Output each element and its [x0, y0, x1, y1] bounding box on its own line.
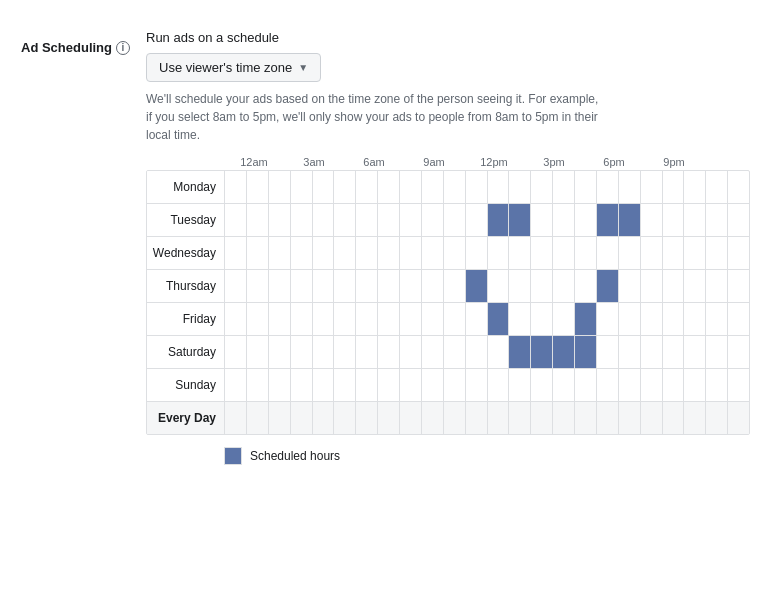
cell-friday-11[interactable]: [466, 303, 488, 335]
cell-tuesday-23[interactable]: [728, 204, 749, 236]
cell-thursday-9[interactable]: [422, 270, 444, 302]
cell-friday-20[interactable]: [663, 303, 685, 335]
every-day-cell-18[interactable]: [619, 402, 641, 434]
cell-tuesday-0[interactable]: [225, 204, 247, 236]
cell-saturday-8[interactable]: [400, 336, 422, 368]
cell-monday-2[interactable]: [269, 171, 291, 203]
cell-thursday-16[interactable]: [575, 270, 597, 302]
cell-tuesday-7[interactable]: [378, 204, 400, 236]
cell-wednesday-3[interactable]: [291, 237, 313, 269]
cell-monday-8[interactable]: [400, 171, 422, 203]
cell-tuesday-17[interactable]: [597, 204, 619, 236]
every-day-cell-10[interactable]: [444, 402, 466, 434]
cell-tuesday-14[interactable]: [531, 204, 553, 236]
cell-monday-6[interactable]: [356, 171, 378, 203]
cell-saturday-1[interactable]: [247, 336, 269, 368]
cell-thursday-18[interactable]: [619, 270, 641, 302]
cell-friday-14[interactable]: [531, 303, 553, 335]
cell-tuesday-19[interactable]: [641, 204, 663, 236]
cell-sunday-5[interactable]: [334, 369, 356, 401]
cell-sunday-2[interactable]: [269, 369, 291, 401]
cell-wednesday-12[interactable]: [488, 237, 510, 269]
cell-thursday-15[interactable]: [553, 270, 575, 302]
cell-sunday-6[interactable]: [356, 369, 378, 401]
cell-saturday-23[interactable]: [728, 336, 749, 368]
cell-wednesday-18[interactable]: [619, 237, 641, 269]
cell-sunday-4[interactable]: [313, 369, 335, 401]
cell-wednesday-7[interactable]: [378, 237, 400, 269]
cell-sunday-3[interactable]: [291, 369, 313, 401]
cell-monday-7[interactable]: [378, 171, 400, 203]
cell-tuesday-10[interactable]: [444, 204, 466, 236]
cell-saturday-20[interactable]: [663, 336, 685, 368]
every-day-cell-3[interactable]: [291, 402, 313, 434]
cell-monday-20[interactable]: [663, 171, 685, 203]
cell-saturday-17[interactable]: [597, 336, 619, 368]
info-icon[interactable]: i: [116, 41, 130, 55]
cell-tuesday-3[interactable]: [291, 204, 313, 236]
cell-monday-9[interactable]: [422, 171, 444, 203]
every-day-cell-12[interactable]: [488, 402, 510, 434]
cell-monday-22[interactable]: [706, 171, 728, 203]
cell-friday-19[interactable]: [641, 303, 663, 335]
cell-sunday-23[interactable]: [728, 369, 749, 401]
cell-friday-9[interactable]: [422, 303, 444, 335]
cell-thursday-11[interactable]: [466, 270, 488, 302]
cell-thursday-0[interactable]: [225, 270, 247, 302]
cell-monday-4[interactable]: [313, 171, 335, 203]
every-day-cell-21[interactable]: [684, 402, 706, 434]
cell-saturday-21[interactable]: [684, 336, 706, 368]
timezone-dropdown[interactable]: Use viewer's time zone ▼: [146, 53, 321, 82]
cell-tuesday-12[interactable]: [488, 204, 510, 236]
cell-monday-1[interactable]: [247, 171, 269, 203]
cell-thursday-10[interactable]: [444, 270, 466, 302]
cell-wednesday-22[interactable]: [706, 237, 728, 269]
cell-sunday-21[interactable]: [684, 369, 706, 401]
cell-monday-17[interactable]: [597, 171, 619, 203]
cell-tuesday-16[interactable]: [575, 204, 597, 236]
cell-tuesday-15[interactable]: [553, 204, 575, 236]
cell-tuesday-18[interactable]: [619, 204, 641, 236]
cell-thursday-6[interactable]: [356, 270, 378, 302]
every-day-cell-6[interactable]: [356, 402, 378, 434]
cell-friday-6[interactable]: [356, 303, 378, 335]
cell-friday-5[interactable]: [334, 303, 356, 335]
cell-thursday-1[interactable]: [247, 270, 269, 302]
cell-friday-7[interactable]: [378, 303, 400, 335]
cell-sunday-9[interactable]: [422, 369, 444, 401]
cell-saturday-4[interactable]: [313, 336, 335, 368]
cell-wednesday-1[interactable]: [247, 237, 269, 269]
cell-monday-18[interactable]: [619, 171, 641, 203]
cell-wednesday-23[interactable]: [728, 237, 749, 269]
cell-wednesday-16[interactable]: [575, 237, 597, 269]
cell-friday-22[interactable]: [706, 303, 728, 335]
cell-monday-3[interactable]: [291, 171, 313, 203]
cell-monday-13[interactable]: [509, 171, 531, 203]
cell-sunday-7[interactable]: [378, 369, 400, 401]
cell-thursday-21[interactable]: [684, 270, 706, 302]
every-day-cell-0[interactable]: [225, 402, 247, 434]
cell-wednesday-2[interactable]: [269, 237, 291, 269]
cell-thursday-8[interactable]: [400, 270, 422, 302]
cell-saturday-6[interactable]: [356, 336, 378, 368]
every-day-cell-15[interactable]: [553, 402, 575, 434]
every-day-cell-7[interactable]: [378, 402, 400, 434]
cell-saturday-3[interactable]: [291, 336, 313, 368]
cell-sunday-13[interactable]: [509, 369, 531, 401]
cell-wednesday-17[interactable]: [597, 237, 619, 269]
every-day-cell-22[interactable]: [706, 402, 728, 434]
cell-tuesday-21[interactable]: [684, 204, 706, 236]
cell-friday-16[interactable]: [575, 303, 597, 335]
cell-tuesday-20[interactable]: [663, 204, 685, 236]
cell-friday-18[interactable]: [619, 303, 641, 335]
cell-friday-17[interactable]: [597, 303, 619, 335]
cell-tuesday-4[interactable]: [313, 204, 335, 236]
cell-thursday-2[interactable]: [269, 270, 291, 302]
cell-wednesday-21[interactable]: [684, 237, 706, 269]
every-day-cell-8[interactable]: [400, 402, 422, 434]
cell-thursday-7[interactable]: [378, 270, 400, 302]
cell-saturday-9[interactable]: [422, 336, 444, 368]
every-day-cell-20[interactable]: [663, 402, 685, 434]
cell-saturday-11[interactable]: [466, 336, 488, 368]
cell-wednesday-20[interactable]: [663, 237, 685, 269]
